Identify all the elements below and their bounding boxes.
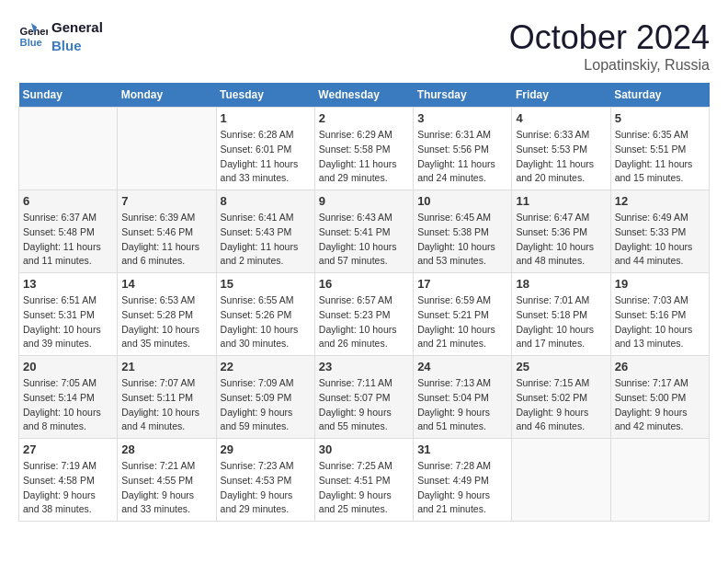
- calendar-cell: 11Sunrise: 6:47 AM Sunset: 5:36 PM Dayli…: [512, 190, 610, 273]
- day-info: Sunrise: 7:17 AM Sunset: 5:00 PM Dayligh…: [615, 376, 705, 434]
- col-header-saturday: Saturday: [610, 83, 709, 108]
- day-number: 4: [516, 111, 606, 125]
- col-header-sunday: Sunday: [19, 83, 118, 108]
- day-number: 5: [615, 111, 705, 125]
- day-info: Sunrise: 7:05 AM Sunset: 5:14 PM Dayligh…: [23, 376, 113, 434]
- calendar-cell: 16Sunrise: 6:57 AM Sunset: 5:23 PM Dayli…: [314, 273, 413, 356]
- day-number: 10: [417, 194, 507, 208]
- logo-line2: Blue: [51, 37, 103, 55]
- day-info: Sunrise: 7:09 AM Sunset: 5:09 PM Dayligh…: [221, 376, 311, 434]
- calendar-cell: [118, 108, 216, 190]
- logo-icon: General Blue: [18, 22, 48, 52]
- day-number: 16: [319, 277, 409, 291]
- day-number: 15: [221, 277, 311, 291]
- day-number: 8: [221, 194, 311, 208]
- day-number: 26: [615, 360, 705, 373]
- calendar-cell: 17Sunrise: 6:59 AM Sunset: 5:21 PM Dayli…: [414, 273, 512, 356]
- month-title: October 2024: [509, 18, 710, 57]
- day-number: 22: [221, 360, 311, 373]
- calendar-cell: 31Sunrise: 7:28 AM Sunset: 4:49 PM Dayli…: [414, 439, 512, 522]
- day-number: 25: [516, 360, 606, 373]
- logo-line1: General: [51, 18, 103, 37]
- day-number: 20: [23, 360, 113, 373]
- day-number: 6: [23, 194, 113, 208]
- day-info: Sunrise: 6:59 AM Sunset: 5:21 PM Dayligh…: [417, 293, 507, 351]
- day-info: Sunrise: 7:03 AM Sunset: 5:16 PM Dayligh…: [615, 293, 705, 351]
- page-header: General Blue General Blue October 2024 L…: [18, 18, 710, 74]
- day-info: Sunrise: 7:15 AM Sunset: 5:02 PM Dayligh…: [516, 376, 606, 434]
- calendar-cell: 20Sunrise: 7:05 AM Sunset: 5:14 PM Dayli…: [19, 356, 118, 439]
- day-number: 19: [615, 277, 705, 291]
- day-info: Sunrise: 6:47 AM Sunset: 5:36 PM Dayligh…: [516, 211, 606, 269]
- week-row-5: 27Sunrise: 7:19 AM Sunset: 4:58 PM Dayli…: [19, 439, 710, 522]
- week-row-3: 13Sunrise: 6:51 AM Sunset: 5:31 PM Dayli…: [19, 273, 710, 356]
- calendar-cell: 21Sunrise: 7:07 AM Sunset: 5:11 PM Dayli…: [118, 356, 216, 439]
- calendar-cell: 14Sunrise: 6:53 AM Sunset: 5:28 PM Dayli…: [118, 273, 216, 356]
- calendar-cell: 8Sunrise: 6:41 AM Sunset: 5:43 PM Daylig…: [216, 190, 314, 273]
- calendar-cell: 3Sunrise: 6:31 AM Sunset: 5:56 PM Daylig…: [414, 108, 512, 190]
- day-info: Sunrise: 6:37 AM Sunset: 5:48 PM Dayligh…: [23, 211, 113, 269]
- day-info: Sunrise: 7:01 AM Sunset: 5:18 PM Dayligh…: [516, 293, 606, 351]
- day-number: 9: [319, 194, 409, 208]
- calendar-cell: 1Sunrise: 6:28 AM Sunset: 6:01 PM Daylig…: [216, 108, 314, 190]
- week-row-4: 20Sunrise: 7:05 AM Sunset: 5:14 PM Dayli…: [19, 356, 710, 439]
- week-row-2: 6Sunrise: 6:37 AM Sunset: 5:48 PM Daylig…: [19, 190, 710, 273]
- day-number: 27: [23, 442, 113, 456]
- day-info: Sunrise: 6:35 AM Sunset: 5:51 PM Dayligh…: [615, 128, 705, 186]
- calendar-cell: 28Sunrise: 7:21 AM Sunset: 4:55 PM Dayli…: [118, 439, 216, 522]
- calendar-cell: 6Sunrise: 6:37 AM Sunset: 5:48 PM Daylig…: [19, 190, 118, 273]
- day-info: Sunrise: 6:57 AM Sunset: 5:23 PM Dayligh…: [319, 293, 409, 351]
- calendar-cell: 30Sunrise: 7:25 AM Sunset: 4:51 PM Dayli…: [314, 439, 413, 522]
- day-number: 2: [319, 111, 409, 125]
- day-number: 28: [121, 442, 211, 456]
- calendar-cell: [19, 108, 118, 190]
- day-number: 12: [615, 194, 705, 208]
- day-info: Sunrise: 7:28 AM Sunset: 4:49 PM Dayligh…: [417, 459, 507, 517]
- day-number: 14: [121, 277, 211, 291]
- day-number: 18: [516, 277, 606, 291]
- col-header-friday: Friday: [512, 83, 610, 108]
- day-info: Sunrise: 6:49 AM Sunset: 5:33 PM Dayligh…: [615, 211, 705, 269]
- day-info: Sunrise: 7:07 AM Sunset: 5:11 PM Dayligh…: [121, 376, 211, 434]
- header-row: SundayMondayTuesdayWednesdayThursdayFrid…: [19, 83, 710, 108]
- col-header-tuesday: Tuesday: [216, 83, 314, 108]
- location: Lopatinskiy, Russia: [509, 57, 710, 74]
- day-info: Sunrise: 7:23 AM Sunset: 4:53 PM Dayligh…: [221, 459, 311, 517]
- day-info: Sunrise: 7:25 AM Sunset: 4:51 PM Dayligh…: [319, 459, 409, 517]
- col-header-thursday: Thursday: [414, 83, 512, 108]
- day-number: 24: [417, 360, 507, 373]
- day-info: Sunrise: 7:11 AM Sunset: 5:07 PM Dayligh…: [319, 376, 409, 434]
- calendar-cell: 5Sunrise: 6:35 AM Sunset: 5:51 PM Daylig…: [610, 108, 709, 190]
- calendar-cell: 24Sunrise: 7:13 AM Sunset: 5:04 PM Dayli…: [414, 356, 512, 439]
- day-number: 11: [516, 194, 606, 208]
- day-info: Sunrise: 6:43 AM Sunset: 5:41 PM Dayligh…: [319, 211, 409, 269]
- day-info: Sunrise: 7:19 AM Sunset: 4:58 PM Dayligh…: [23, 459, 113, 517]
- calendar-cell: 19Sunrise: 7:03 AM Sunset: 5:16 PM Dayli…: [610, 273, 709, 356]
- calendar-cell: 18Sunrise: 7:01 AM Sunset: 5:18 PM Dayli…: [512, 273, 610, 356]
- col-header-monday: Monday: [118, 83, 216, 108]
- day-number: 31: [417, 442, 507, 456]
- day-number: 3: [417, 111, 507, 125]
- day-number: 23: [319, 360, 409, 373]
- calendar-cell: 2Sunrise: 6:29 AM Sunset: 5:58 PM Daylig…: [314, 108, 413, 190]
- day-info: Sunrise: 6:31 AM Sunset: 5:56 PM Dayligh…: [417, 128, 507, 186]
- calendar-cell: 10Sunrise: 6:45 AM Sunset: 5:38 PM Dayli…: [414, 190, 512, 273]
- calendar-cell: 22Sunrise: 7:09 AM Sunset: 5:09 PM Dayli…: [216, 356, 314, 439]
- calendar-cell: 9Sunrise: 6:43 AM Sunset: 5:41 PM Daylig…: [314, 190, 413, 273]
- day-number: 13: [23, 277, 113, 291]
- calendar-cell: 7Sunrise: 6:39 AM Sunset: 5:46 PM Daylig…: [118, 190, 216, 273]
- calendar-cell: 29Sunrise: 7:23 AM Sunset: 4:53 PM Dayli…: [216, 439, 314, 522]
- title-section: October 2024 Lopatinskiy, Russia: [509, 18, 710, 74]
- calendar-table: SundayMondayTuesdayWednesdayThursdayFrid…: [18, 83, 710, 522]
- day-info: Sunrise: 6:51 AM Sunset: 5:31 PM Dayligh…: [23, 293, 113, 351]
- day-info: Sunrise: 7:13 AM Sunset: 5:04 PM Dayligh…: [417, 376, 507, 434]
- day-number: 17: [417, 277, 507, 291]
- calendar-cell: 13Sunrise: 6:51 AM Sunset: 5:31 PM Dayli…: [19, 273, 118, 356]
- calendar-cell: 25Sunrise: 7:15 AM Sunset: 5:02 PM Dayli…: [512, 356, 610, 439]
- day-info: Sunrise: 6:28 AM Sunset: 6:01 PM Dayligh…: [221, 128, 311, 186]
- day-number: 29: [221, 442, 311, 456]
- logo: General Blue General Blue: [18, 18, 103, 54]
- day-info: Sunrise: 6:45 AM Sunset: 5:38 PM Dayligh…: [417, 211, 507, 269]
- day-info: Sunrise: 6:55 AM Sunset: 5:26 PM Dayligh…: [221, 293, 311, 351]
- day-number: 30: [319, 442, 409, 456]
